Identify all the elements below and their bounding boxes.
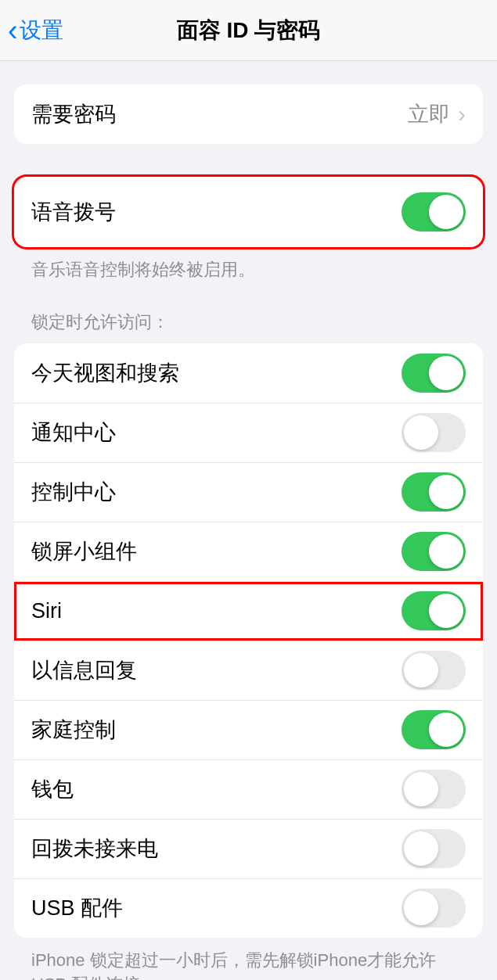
row-right: 立即 ›	[408, 100, 466, 128]
locked-access-row: USB 配件	[14, 878, 483, 938]
switch-knob	[429, 713, 463, 747]
require-passcode-value: 立即	[408, 100, 450, 128]
voice-dial-row: 语音拨号	[14, 177, 483, 247]
switch-knob	[404, 831, 438, 866]
locked-access-row: 控制中心	[14, 462, 483, 522]
navbar: ‹ 设置 面容 ID 与密码	[0, 0, 497, 61]
switch-knob	[429, 534, 463, 569]
locked-access-row: 以信息回复	[14, 641, 483, 700]
back-label: 设置	[20, 16, 63, 45]
switch-knob	[429, 195, 463, 229]
voice-dial-group: 语音拨号	[14, 177, 483, 247]
toggle-switch[interactable]	[402, 770, 466, 809]
locked-access-header: 锁定时允许访问：	[14, 282, 483, 343]
switch-knob	[404, 415, 438, 450]
toggle-switch[interactable]	[402, 888, 466, 928]
locked-access-row: 家庭控制	[14, 700, 483, 759]
chevron-left-icon: ‹	[8, 16, 18, 45]
switch-knob	[404, 653, 438, 687]
locked-access-row: 锁屏小组件	[14, 522, 483, 581]
voice-dial-label: 语音拨号	[31, 198, 116, 226]
switch-knob	[429, 475, 463, 509]
toggle-switch[interactable]	[402, 472, 466, 512]
locked-access-row: Siri	[14, 581, 483, 641]
locked-access-label: 今天视图和搜索	[31, 359, 179, 387]
locked-access-row: 通知中心	[14, 403, 483, 462]
locked-access-label: 控制中心	[31, 478, 116, 506]
locked-access-group: 今天视图和搜索通知中心控制中心锁屏小组件Siri以信息回复家庭控制钱包回拨未接来…	[14, 343, 483, 938]
toggle-switch[interactable]	[402, 413, 466, 452]
voice-dial-footer: 音乐语音控制将始终被启用。	[14, 247, 483, 282]
locked-access-footer: iPhone 锁定超过一小时后，需先解锁iPhone才能允许 USB 配件连接。	[14, 938, 483, 980]
switch-knob	[404, 891, 438, 925]
locked-access-label: 通知中心	[31, 418, 116, 447]
require-passcode-label: 需要密码	[31, 100, 116, 128]
locked-access-label: 以信息回复	[31, 656, 137, 684]
voice-dial-toggle[interactable]	[402, 192, 466, 232]
toggle-switch[interactable]	[402, 532, 466, 571]
locked-access-row: 钱包	[14, 759, 483, 819]
switch-knob	[429, 594, 463, 628]
require-passcode-row[interactable]: 需要密码 立即 ›	[14, 84, 483, 144]
page-title: 面容 ID 与密码	[0, 16, 497, 45]
locked-access-label: 钱包	[31, 775, 74, 803]
toggle-switch[interactable]	[402, 651, 466, 690]
locked-access-label: USB 配件	[31, 894, 123, 922]
locked-access-row: 回拨未接来电	[14, 819, 483, 878]
switch-knob	[429, 356, 463, 390]
locked-access-row: 今天视图和搜索	[14, 343, 483, 403]
locked-access-label: 锁屏小组件	[31, 537, 137, 565]
require-passcode-group: 需要密码 立即 ›	[14, 84, 483, 144]
toggle-switch[interactable]	[402, 710, 466, 749]
locked-access-label: Siri	[31, 599, 62, 623]
back-button[interactable]: ‹ 设置	[0, 16, 63, 45]
chevron-right-icon: ›	[458, 101, 466, 127]
locked-access-label: 回拨未接来电	[31, 835, 158, 863]
toggle-switch[interactable]	[402, 354, 466, 393]
toggle-switch[interactable]	[402, 591, 466, 630]
toggle-switch[interactable]	[402, 829, 466, 868]
switch-knob	[404, 772, 438, 806]
locked-access-label: 家庭控制	[31, 716, 116, 744]
